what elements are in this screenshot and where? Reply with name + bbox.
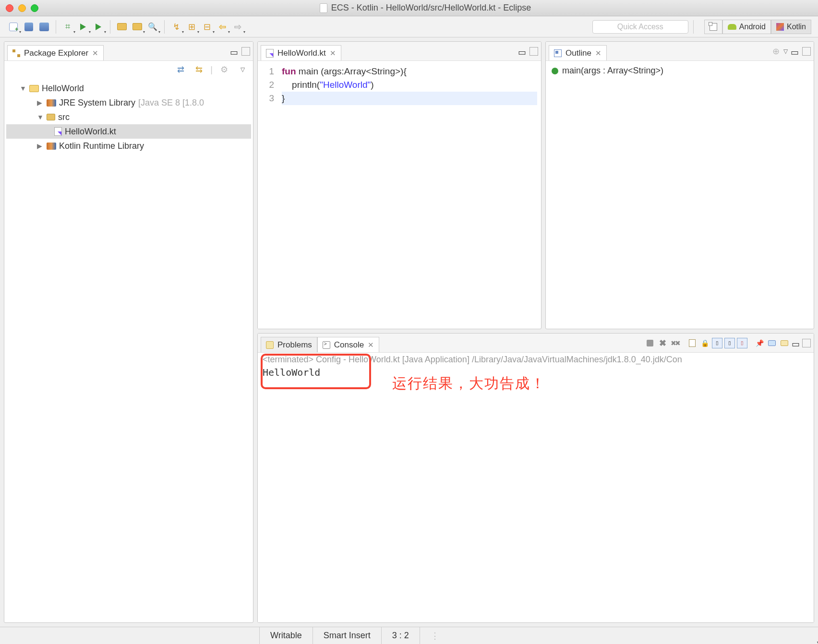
toggle-word-wrap-button[interactable]: ⊟▾ — [200, 20, 214, 34]
new-button[interactable]: ▾ — [7, 20, 20, 34]
minimize-view-button[interactable]: ▭ — [791, 47, 799, 56]
console-panel: Problems Console ✕ ✖ ✖✖ 🔒 ▯ ▯ ▯ 📌 ▾ ▾ — [257, 333, 814, 623]
view-menu-button[interactable]: ▽ — [236, 63, 249, 76]
save-button[interactable] — [22, 20, 36, 34]
close-window-button[interactable] — [6, 4, 13, 12]
code-editor[interactable]: 1 2 3 fun main (args:Array<String>){ pri… — [258, 61, 541, 329]
outline-panel: Outline ✕ ⊕ ▽ ▭ main(args : Array<String… — [545, 41, 814, 329]
outline-title: Outline — [565, 48, 591, 58]
filters-button[interactable]: ⚙ — [217, 63, 231, 76]
outline-tab[interactable]: Outline ✕ — [549, 45, 607, 60]
package-explorer-tab[interactable]: Package Explorer ✕ — [7, 45, 104, 60]
outline-item-label: main(args : Array<String>) — [562, 66, 663, 76]
maximize-view-button[interactable] — [802, 47, 811, 56]
close-icon[interactable]: ✕ — [595, 49, 601, 58]
project-label: HelloWorld — [42, 83, 84, 94]
display-console-button[interactable]: ▾ — [767, 338, 777, 348]
editor-tab-label: HelloWorld.kt — [277, 48, 326, 58]
minimize-view-button[interactable]: ▭ — [230, 47, 239, 56]
package-explorer-panel: Package Explorer ✕ ▭ ⇄ ⇆ | ⚙ ▽ ▼ HelloWo… — [4, 41, 253, 623]
link-editor-button[interactable]: ⇆ — [192, 63, 205, 76]
console-tab[interactable]: Console ✕ — [317, 337, 379, 352]
tree-file-node[interactable]: HelloWorld.kt — [6, 124, 251, 139]
open-console-button[interactable]: ▾ — [779, 338, 790, 348]
library-icon — [47, 143, 56, 150]
package-explorer-title: Package Explorer — [24, 48, 88, 58]
method-icon — [552, 68, 558, 74]
maximize-view-button[interactable] — [529, 47, 538, 56]
project-tree: ▼ HelloWorld ▶ JRE System Library [Java … — [4, 78, 253, 156]
toggle-mark-button[interactable]: ↯▾ — [169, 20, 183, 34]
kotlin-file-icon — [266, 49, 274, 58]
main-toolbar: ▾ ⌗▾ ▾ ▾ ▾ 🔍▾ ↯▾ ⊞▾ ⊟▾ ⇦▾ ⇨▾ Quick Acces… — [0, 16, 818, 37]
collapse-all-button[interactable]: ⇄ — [174, 63, 187, 76]
status-writable: Writable — [259, 627, 313, 644]
close-icon[interactable]: ✕ — [330, 49, 336, 58]
console-output-area[interactable]: <terminated> Config - HelloWorld.kt [Jav… — [258, 353, 814, 622]
show-console-stdout-button[interactable]: ▯ — [712, 338, 722, 348]
zoom-window-button[interactable] — [31, 4, 38, 12]
pin-console-button[interactable]: 📌 — [754, 338, 765, 348]
outline-item-main[interactable]: main(args : Array<String>) — [552, 66, 808, 76]
run-last-button[interactable]: ▾ — [92, 20, 105, 34]
window-controls — [6, 4, 38, 12]
window-title: ECS - Kotlin - HelloWorld/src/HelloWorld… — [331, 3, 531, 13]
console-icon — [323, 341, 330, 349]
problems-icon — [266, 341, 274, 349]
status-insert-mode: Smart Insert — [313, 627, 381, 644]
quick-access-input[interactable]: Quick Access — [592, 20, 688, 34]
clear-console-button[interactable] — [687, 338, 698, 348]
console-launch-info: <terminated> Config - HelloWorld.kt [Jav… — [263, 355, 809, 365]
problems-tab-label: Problems — [277, 340, 312, 350]
code-area[interactable]: fun main (args:Array<String>){ println("… — [278, 61, 541, 329]
close-icon[interactable]: ✕ — [368, 341, 374, 349]
file-icon — [320, 3, 327, 13]
maximize-view-button[interactable] — [802, 339, 811, 347]
toggle-block-button[interactable]: ⊞▾ — [185, 20, 198, 34]
outline-icon — [554, 49, 562, 57]
maximize-view-button[interactable] — [241, 47, 250, 56]
outline-sort-button[interactable]: ⊕ — [771, 45, 781, 58]
src-folder-icon — [47, 114, 55, 120]
show-console-stderr-button[interactable]: ▯ — [724, 338, 735, 348]
debug-button[interactable]: ⌗▾ — [61, 20, 74, 34]
save-all-button[interactable] — [37, 20, 51, 34]
minimize-view-button[interactable]: ▭ — [518, 47, 527, 56]
editor-tab[interactable]: HelloWorld.kt ✕ — [261, 45, 341, 60]
package-explorer-icon — [12, 49, 20, 57]
minimize-view-button[interactable]: ▭ — [792, 339, 800, 347]
run-button[interactable]: ▾ — [76, 20, 90, 34]
remove-all-launches-button[interactable]: ✖✖ — [670, 338, 680, 348]
tree-project-node[interactable]: ▼ HelloWorld — [6, 81, 251, 95]
jre-suffix: [Java SE 8 [1.8.0 — [138, 98, 204, 108]
status-bar: Writable Smart Insert 3 : 2 ⋮ — [0, 627, 818, 644]
jre-label: JRE System Library — [59, 98, 135, 108]
nav-back-button[interactable]: ⇦▾ — [216, 20, 229, 34]
src-label: src — [58, 112, 70, 122]
problems-tab[interactable]: Problems — [261, 337, 317, 352]
perspective-kotlin[interactable]: Kotlin — [771, 20, 811, 34]
status-cursor-position: 3 : 2 — [381, 627, 420, 644]
open-type-button[interactable] — [115, 20, 129, 34]
nav-forward-button[interactable]: ⇨▾ — [231, 20, 244, 34]
editor-panel: HelloWorld.kt ✕ ▭ 1 2 3 fun main (args:A… — [257, 41, 541, 329]
tree-jre-node[interactable]: ▶ JRE System Library [Java SE 8 [1.8.0 — [6, 95, 251, 110]
scroll-lock-button[interactable]: 🔒 — [699, 338, 710, 348]
search-button[interactable]: 🔍▾ — [146, 20, 159, 34]
remove-launch-button[interactable]: ✖ — [657, 338, 668, 348]
open-task-button[interactable]: ▾ — [131, 20, 144, 34]
console-tab-label: Console — [334, 340, 364, 350]
perspective-android[interactable]: Android — [722, 20, 771, 34]
tree-kotlin-lib-node[interactable]: ▶ Kotlin Runtime Library — [6, 139, 251, 153]
library-icon — [47, 99, 56, 107]
terminate-button[interactable] — [645, 338, 655, 348]
annotation-text: 运行结果，大功告成！ — [392, 374, 546, 394]
open-perspective-button[interactable] — [704, 20, 722, 34]
tree-src-node[interactable]: ▼ src — [6, 110, 251, 124]
window-titlebar: ECS - Kotlin - HelloWorld/src/HelloWorld… — [0, 0, 818, 16]
minimize-window-button[interactable] — [18, 4, 26, 12]
kotlin-lib-label: Kotlin Runtime Library — [59, 141, 144, 151]
line-gutter: 1 2 3 — [258, 61, 278, 329]
close-icon[interactable]: ✕ — [92, 49, 98, 58]
show-console-onchange-button[interactable]: ▯ — [737, 338, 747, 348]
